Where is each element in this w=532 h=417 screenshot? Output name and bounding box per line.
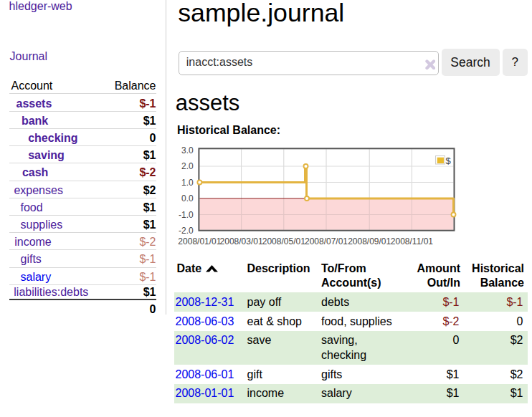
svg-text:2008/11/01: 2008/11/01: [391, 236, 433, 246]
svg-text:-2.0: -2.0: [179, 226, 194, 236]
svg-text:2008/05/01: 2008/05/01: [262, 236, 305, 246]
svg-text:1.0: 1.0: [181, 178, 194, 188]
svg-text:-1.0: -1.0: [179, 210, 194, 220]
svg-text:$: $: [446, 155, 452, 166]
svg-text:2.0: 2.0: [181, 161, 194, 171]
svg-text:2008/09/01: 2008/09/01: [348, 236, 391, 246]
svg-text:3.0: 3.0: [181, 145, 194, 155]
svg-text:2008/01/01: 2008/01/01: [178, 236, 221, 246]
svg-text:0.0: 0.0: [181, 193, 194, 203]
svg-text:2008/03/01: 2008/03/01: [220, 236, 263, 246]
svg-text:2008/07/01: 2008/07/01: [305, 236, 348, 246]
